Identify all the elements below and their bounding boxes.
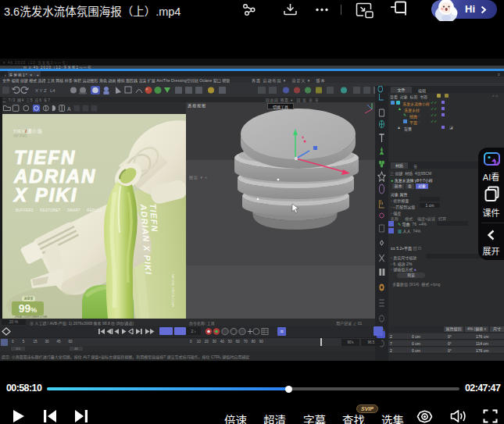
svg-text:X Y Z: X Y Z xyxy=(35,88,47,93)
svg-text:A: A xyxy=(67,106,71,112)
svg-text:L4: L4 xyxy=(50,88,55,93)
svg-text:AI: AI xyxy=(493,161,499,166)
